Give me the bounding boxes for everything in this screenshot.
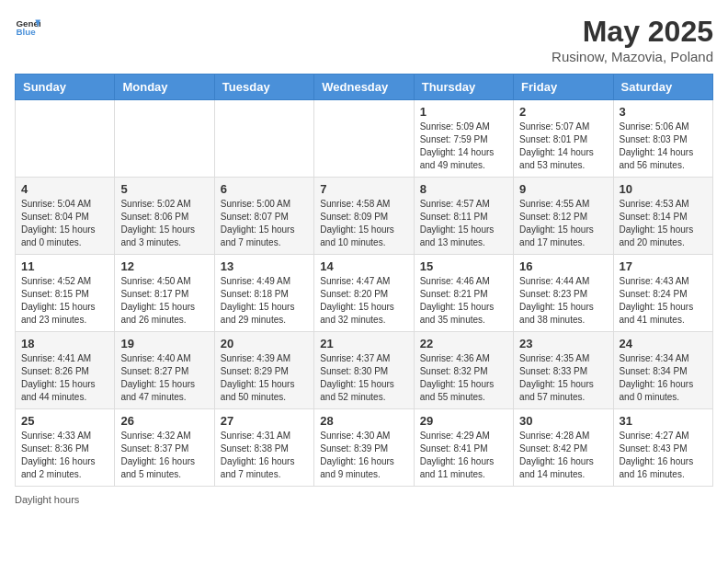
day-number: 24 (620, 337, 707, 350)
daylight-label: Daylight hours (15, 494, 79, 505)
day-info: Sunrise: 4:28 AM Sunset: 8:42 PM Dayligh… (519, 430, 607, 481)
calendar-cell: 22Sunrise: 4:36 AM Sunset: 8:32 PM Dayli… (414, 332, 513, 409)
calendar-cell: 8Sunrise: 4:57 AM Sunset: 8:11 PM Daylig… (414, 178, 513, 255)
day-number: 25 (21, 414, 108, 428)
day-info: Sunrise: 4:52 AM Sunset: 8:15 PM Dayligh… (21, 275, 108, 327)
calendar-cell: 19Sunrise: 4:40 AM Sunset: 8:27 PM Dayli… (115, 332, 214, 409)
day-info: Sunrise: 4:33 AM Sunset: 8:36 PM Dayligh… (21, 430, 108, 481)
week-row-1: 4Sunrise: 5:04 AM Sunset: 8:04 PM Daylig… (16, 178, 713, 255)
calendar-cell: 29Sunrise: 4:29 AM Sunset: 8:41 PM Dayli… (414, 409, 513, 487)
calendar-cell: 24Sunrise: 4:34 AM Sunset: 8:34 PM Dayli… (613, 332, 712, 409)
week-row-2: 11Sunrise: 4:52 AM Sunset: 8:15 PM Dayli… (16, 255, 713, 332)
calendar-cell: 30Sunrise: 4:28 AM Sunset: 8:42 PM Dayli… (514, 409, 613, 487)
calendar-cell: 7Sunrise: 4:58 AM Sunset: 8:09 PM Daylig… (314, 178, 414, 255)
day-number: 9 (519, 182, 607, 196)
day-number: 2 (519, 105, 607, 119)
day-number: 5 (120, 182, 208, 196)
day-number: 14 (320, 259, 407, 273)
day-info: Sunrise: 4:31 AM Sunset: 8:38 PM Dayligh… (221, 430, 308, 481)
day-number: 4 (21, 182, 108, 196)
day-info: Sunrise: 5:07 AM Sunset: 8:01 PM Dayligh… (519, 121, 607, 172)
calendar-cell (115, 100, 214, 178)
day-info: Sunrise: 4:44 AM Sunset: 8:23 PM Dayligh… (519, 275, 607, 327)
day-info: Sunrise: 4:32 AM Sunset: 8:37 PM Dayligh… (120, 430, 208, 481)
day-info: Sunrise: 4:37 AM Sunset: 8:30 PM Dayligh… (320, 352, 407, 404)
day-info: Sunrise: 4:57 AM Sunset: 8:11 PM Dayligh… (420, 198, 507, 249)
logo-icon: General Blue (15, 15, 40, 40)
calendar-cell: 26Sunrise: 4:32 AM Sunset: 8:37 PM Dayli… (115, 409, 214, 487)
day-number: 15 (420, 259, 507, 273)
day-info: Sunrise: 4:35 AM Sunset: 8:33 PM Dayligh… (519, 352, 607, 404)
weekday-header-monday: Monday (115, 75, 214, 100)
weekday-header-wednesday: Wednesday (314, 75, 414, 100)
day-info: Sunrise: 4:47 AM Sunset: 8:20 PM Dayligh… (320, 275, 407, 327)
day-number: 10 (620, 182, 707, 196)
day-info: Sunrise: 4:30 AM Sunset: 8:39 PM Dayligh… (320, 430, 407, 481)
day-number: 22 (420, 337, 507, 350)
day-number: 16 (519, 259, 607, 273)
day-info: Sunrise: 5:04 AM Sunset: 8:04 PM Dayligh… (21, 198, 108, 249)
day-number: 13 (221, 259, 308, 273)
calendar-cell: 1Sunrise: 5:09 AM Sunset: 7:59 PM Daylig… (414, 100, 513, 178)
day-info: Sunrise: 4:27 AM Sunset: 8:43 PM Dayligh… (620, 430, 707, 481)
day-number: 20 (221, 337, 308, 350)
day-number: 6 (221, 182, 308, 196)
week-row-0: 1Sunrise: 5:09 AM Sunset: 7:59 PM Daylig… (16, 100, 713, 178)
day-number: 12 (120, 259, 208, 273)
day-info: Sunrise: 4:40 AM Sunset: 8:27 PM Dayligh… (120, 352, 208, 404)
day-info: Sunrise: 5:06 AM Sunset: 8:03 PM Dayligh… (620, 121, 707, 172)
calendar-cell: 11Sunrise: 4:52 AM Sunset: 8:15 PM Dayli… (16, 255, 115, 332)
calendar-cell: 17Sunrise: 4:43 AM Sunset: 8:24 PM Dayli… (613, 255, 712, 332)
calendar-table: SundayMondayTuesdayWednesdayThursdayFrid… (15, 74, 713, 487)
weekday-header-tuesday: Tuesday (214, 75, 313, 100)
title-area: May 2025 Rusinow, Mazovia, Poland (552, 15, 713, 64)
calendar-cell (314, 100, 414, 178)
week-row-3: 18Sunrise: 4:41 AM Sunset: 8:26 PM Dayli… (16, 332, 713, 409)
day-info: Sunrise: 4:34 AM Sunset: 8:34 PM Dayligh… (620, 352, 707, 404)
calendar-cell: 15Sunrise: 4:46 AM Sunset: 8:21 PM Dayli… (414, 255, 513, 332)
calendar-cell: 13Sunrise: 4:49 AM Sunset: 8:18 PM Dayli… (214, 255, 313, 332)
calendar-cell: 12Sunrise: 4:50 AM Sunset: 8:17 PM Dayli… (115, 255, 214, 332)
day-number: 28 (320, 414, 407, 428)
calendar-cell (214, 100, 313, 178)
calendar-subtitle: Rusinow, Mazovia, Poland (552, 49, 713, 64)
calendar-cell: 10Sunrise: 4:53 AM Sunset: 8:14 PM Dayli… (613, 178, 712, 255)
weekday-header-saturday: Saturday (613, 75, 712, 100)
calendar-cell: 4Sunrise: 5:04 AM Sunset: 8:04 PM Daylig… (16, 178, 115, 255)
day-number: 29 (420, 414, 507, 428)
calendar-cell: 2Sunrise: 5:07 AM Sunset: 8:01 PM Daylig… (514, 100, 613, 178)
calendar-cell: 5Sunrise: 5:02 AM Sunset: 8:06 PM Daylig… (115, 178, 214, 255)
day-info: Sunrise: 4:46 AM Sunset: 8:21 PM Dayligh… (420, 275, 507, 327)
weekday-header-sunday: Sunday (16, 75, 115, 100)
day-number: 1 (420, 105, 507, 119)
day-number: 3 (620, 105, 707, 119)
weekday-header-thursday: Thursday (414, 75, 513, 100)
day-number: 31 (620, 414, 707, 428)
day-number: 21 (320, 337, 407, 350)
weekday-header-friday: Friday (514, 75, 613, 100)
calendar-cell: 16Sunrise: 4:44 AM Sunset: 8:23 PM Dayli… (514, 255, 613, 332)
calendar-cell: 14Sunrise: 4:47 AM Sunset: 8:20 PM Dayli… (314, 255, 414, 332)
calendar-cell: 25Sunrise: 4:33 AM Sunset: 8:36 PM Dayli… (16, 409, 115, 487)
footer-note: Daylight hours (15, 494, 713, 505)
day-info: Sunrise: 4:43 AM Sunset: 8:24 PM Dayligh… (620, 275, 707, 327)
calendar-cell: 18Sunrise: 4:41 AM Sunset: 8:26 PM Dayli… (16, 332, 115, 409)
day-info: Sunrise: 4:36 AM Sunset: 8:32 PM Dayligh… (420, 352, 507, 404)
week-row-4: 25Sunrise: 4:33 AM Sunset: 8:36 PM Dayli… (16, 409, 713, 487)
calendar-cell: 23Sunrise: 4:35 AM Sunset: 8:33 PM Dayli… (514, 332, 613, 409)
calendar-cell: 27Sunrise: 4:31 AM Sunset: 8:38 PM Dayli… (214, 409, 313, 487)
day-info: Sunrise: 4:39 AM Sunset: 8:29 PM Dayligh… (221, 352, 308, 404)
day-info: Sunrise: 4:58 AM Sunset: 8:09 PM Dayligh… (320, 198, 407, 249)
day-info: Sunrise: 4:41 AM Sunset: 8:26 PM Dayligh… (21, 352, 108, 404)
calendar-cell: 28Sunrise: 4:30 AM Sunset: 8:39 PM Dayli… (314, 409, 414, 487)
calendar-cell: 31Sunrise: 4:27 AM Sunset: 8:43 PM Dayli… (613, 409, 712, 487)
day-info: Sunrise: 4:55 AM Sunset: 8:12 PM Dayligh… (519, 198, 607, 249)
calendar-cell: 6Sunrise: 5:00 AM Sunset: 8:07 PM Daylig… (214, 178, 313, 255)
day-number: 23 (519, 337, 607, 350)
day-number: 26 (120, 414, 208, 428)
calendar-cell: 20Sunrise: 4:39 AM Sunset: 8:29 PM Dayli… (214, 332, 313, 409)
calendar-cell (16, 100, 115, 178)
logo: General Blue (15, 15, 40, 40)
day-info: Sunrise: 5:02 AM Sunset: 8:06 PM Dayligh… (120, 198, 208, 249)
weekday-header-row: SundayMondayTuesdayWednesdayThursdayFrid… (16, 75, 713, 100)
